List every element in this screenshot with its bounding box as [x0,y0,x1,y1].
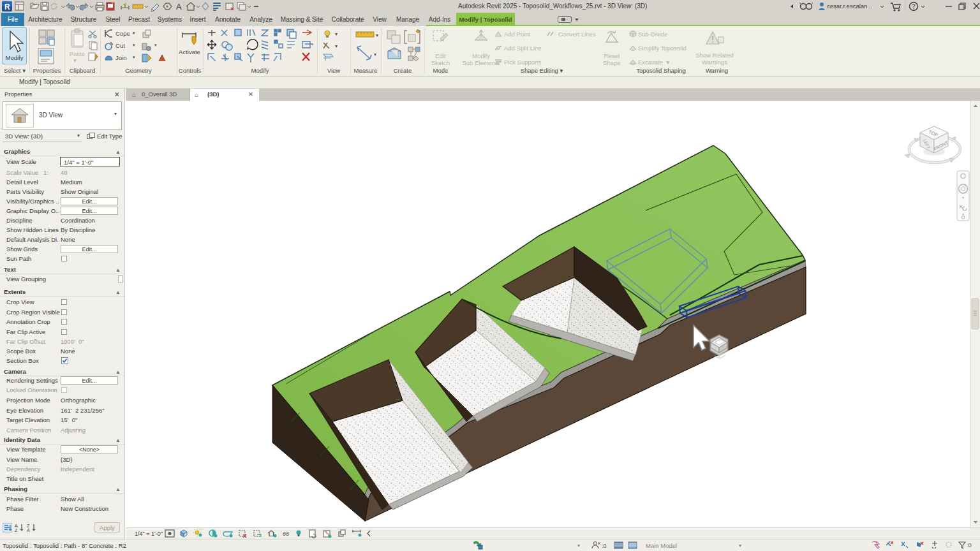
svg-text:Z: Z [27,524,30,528]
svg-text:Z: Z [15,528,18,533]
svg-text:A: A [27,528,30,533]
svg-text:A: A [176,2,182,11]
svg-text:66: 66 [283,531,289,537]
svg-text::0: :0 [967,542,972,548]
svg-text:R: R [4,3,10,11]
svg-text:▾: ▾ [335,43,338,49]
svg-text::0: :0 [602,543,607,549]
svg-text:A: A [15,524,18,528]
svg-text:▾: ▾ [376,33,378,38]
svg-text:▾: ▾ [335,31,338,37]
svg-text:?: ? [912,3,916,10]
svg-text:▾: ▾ [374,52,376,57]
